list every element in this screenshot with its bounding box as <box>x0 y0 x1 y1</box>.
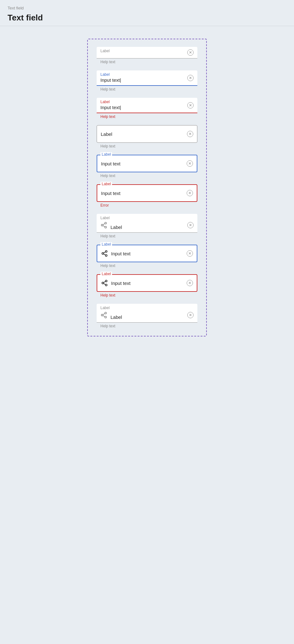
textfield-outlined-icon-focused-help: Help text <box>97 264 197 268</box>
clear-icon[interactable]: ✕ <box>187 75 194 81</box>
textfield-filled-focused-label: Label <box>100 72 110 77</box>
textfield-filled-icon-default: Label Label ✕ Help text <box>97 214 197 238</box>
textfield-outlined-icon-focused: Label Input text ✕ Help text <box>97 245 197 268</box>
textfield-outlined-error-value[interactable]: Input text <box>101 191 187 196</box>
clear-icon[interactable]: ✕ <box>187 280 193 286</box>
textfield-filled-focused: Label Input text| ✕ Help text <box>97 70 197 92</box>
clear-icon[interactable]: ✕ <box>187 102 194 108</box>
svg-line-13 <box>104 283 105 285</box>
textfield-filled-focused-input[interactable]: Label Input text| ✕ <box>97 70 197 86</box>
clear-icon[interactable]: ✕ <box>187 190 193 196</box>
textfield-outlined-default-value[interactable]: Label <box>101 131 187 137</box>
textfield-outlined-focused-help: Help text <box>97 174 197 178</box>
share-icon <box>100 312 107 319</box>
share-icon <box>101 250 108 257</box>
textfield-filled-error-help: Help text <box>97 114 197 119</box>
textfield-outlined-focused-input[interactable]: Label Input text ✕ <box>97 155 197 172</box>
share-icon <box>100 222 107 229</box>
textfield-outlined-error-help: Error <box>97 203 197 208</box>
textfield-filled-error-value[interactable]: Input text| <box>100 105 187 110</box>
textfield-outlined-icon-error-value[interactable]: Input text <box>111 280 187 286</box>
textfield-outlined-default-help: Help text <box>97 144 197 148</box>
textfield-outlined-icon-focused-input[interactable]: Label Input text ✕ <box>97 245 197 262</box>
textfield-filled-error-input[interactable]: Label Input text| ✕ <box>97 98 197 113</box>
textfield-outlined-icon-error-help: Help text <box>97 293 197 297</box>
svg-line-18 <box>103 315 105 317</box>
svg-line-3 <box>103 225 105 227</box>
clear-icon[interactable]: ✕ <box>187 250 193 257</box>
textfield-filled-focused-help: Help text <box>97 87 197 92</box>
textfield-outlined-error-legend: Label <box>100 182 112 186</box>
page-header: Text field Text field <box>0 0 294 26</box>
textfield-outlined-focused: Label Input text ✕ Help text <box>97 155 197 178</box>
textfield-outlined-error-input[interactable]: Label Input text ✕ <box>97 184 197 202</box>
svg-line-8 <box>104 254 105 255</box>
textfield-outlined-icon-error-input[interactable]: Label Input text ✕ <box>97 274 197 292</box>
textfield-outlined-focused-value[interactable]: Input text <box>101 161 187 166</box>
svg-line-4 <box>103 223 105 225</box>
textfield-outlined-error: Label Input text ✕ Error <box>97 184 197 208</box>
textfield-filled-icon-default2: Label Label ✕ Help text <box>97 304 197 328</box>
textfield-outlined-default: Label ✕ Help text <box>97 125 197 148</box>
clear-icon[interactable]: ✕ <box>187 49 194 56</box>
svg-line-19 <box>103 313 105 314</box>
textfield-outlined-icon-focused-value[interactable]: Input text <box>111 251 187 256</box>
textfield-outlined-icon-focused-legend: Label <box>100 242 112 247</box>
main-content: Label ✕ Help text Label Input text| ✕ He… <box>0 26 294 349</box>
textfield-filled-default-help: Help text <box>97 60 197 64</box>
svg-line-14 <box>104 281 105 283</box>
textfield-filled-default: Label ✕ Help text <box>97 47 197 64</box>
textfield-filled-error: Label Input text| ✕ Help text <box>97 98 197 119</box>
showcase-container: Label ✕ Help text Label Input text| ✕ He… <box>87 39 207 336</box>
clear-icon[interactable]: ✕ <box>187 131 193 137</box>
textfield-filled-error-label: Label <box>100 100 110 104</box>
svg-line-9 <box>104 252 105 253</box>
textfield-filled-icon-default2-value[interactable]: Label <box>110 314 187 320</box>
clear-icon[interactable]: ✕ <box>187 222 194 228</box>
textfield-filled-default-input[interactable]: Label ✕ <box>97 47 197 58</box>
textfield-filled-icon-default2-label: Label <box>100 306 110 310</box>
textfield-filled-icon-default-help: Help text <box>97 234 197 238</box>
breadcrumb: Text field <box>8 6 286 10</box>
share-icon <box>101 280 108 286</box>
textfield-outlined-icon-error-legend: Label <box>100 272 112 276</box>
clear-icon[interactable]: ✕ <box>187 312 194 318</box>
textfield-filled-icon-default2-help: Help text <box>97 324 197 328</box>
textfield-filled-default-label: Label <box>100 49 110 53</box>
textfield-outlined-icon-error: Label Input text ✕ Help text <box>97 274 197 297</box>
textfield-filled-focused-value[interactable]: Input text| <box>100 77 187 83</box>
textfield-filled-icon-default2-input[interactable]: Label Label ✕ <box>97 304 197 323</box>
textfield-outlined-focused-legend: Label <box>100 152 112 157</box>
textfield-filled-icon-default-label: Label <box>100 216 110 220</box>
textfield-outlined-default-input[interactable]: Label ✕ <box>97 125 197 143</box>
textfield-filled-icon-default-input[interactable]: Label Label ✕ <box>97 214 197 233</box>
clear-icon[interactable]: ✕ <box>187 160 193 167</box>
textfield-filled-icon-default-value[interactable]: Label <box>110 225 187 230</box>
page-title: Text field <box>8 13 286 23</box>
